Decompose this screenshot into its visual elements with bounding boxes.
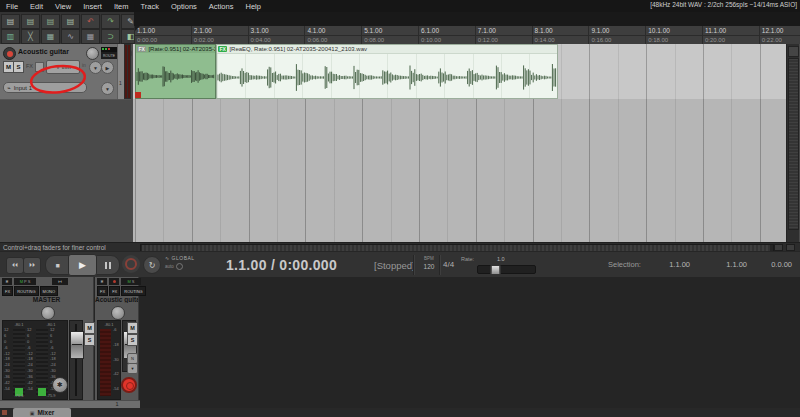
vertical-scrollbar-thumb[interactable] — [788, 58, 799, 230]
master-fx-button[interactable]: FX — [2, 286, 13, 296]
master-fader-handle[interactable] — [70, 331, 84, 359]
menu-item-view[interactable]: View — [49, 2, 77, 11]
guitar-record-arm-button[interactable] — [121, 377, 137, 393]
menu-item-insert[interactable]: Insert — [77, 2, 108, 11]
grid-icon[interactable]: ▦ — [81, 29, 100, 44]
ruler-tick[interactable]: 7.1.000:12.00 — [475, 26, 533, 44]
track-panel[interactable]: Acoustic guitar ROUTE M S FX ∿ trim in ▼… — [0, 44, 131, 100]
master-pan-knob[interactable] — [41, 306, 55, 320]
global-automation-override[interactable]: ∿ GLOBAL auto — [165, 255, 211, 275]
guitar-mute-button[interactable]: M — [127, 322, 138, 334]
time-signature[interactable]: 4/4 — [443, 260, 454, 269]
project-settings-icon[interactable]: ▤ — [61, 14, 80, 29]
ripple-icon[interactable]: ⊃ — [101, 29, 120, 44]
vertical-scrollbar[interactable] — [786, 44, 799, 242]
record-indicator[interactable] — [109, 278, 119, 285]
timeline-ruler[interactable]: 1.1.000:00.002.1.000:02.003.1.000:04.004… — [134, 26, 800, 45]
open-project-icon[interactable]: ▤ — [21, 14, 40, 29]
record-arm-button[interactable] — [3, 47, 16, 60]
ruler-tick[interactable]: 4.1.000:06.00 — [304, 26, 362, 44]
rate-value[interactable]: 1.0 — [497, 256, 505, 262]
ruler-tick[interactable]: 11.1.000:20.00 — [702, 26, 760, 44]
ruler-tick[interactable]: 8.1.000:14.00 — [532, 26, 590, 44]
mute-solo-indicators[interactable]: MS — [121, 278, 141, 285]
master-mono-button[interactable]: MONO — [40, 286, 58, 296]
ruler-tick[interactable]: 5.1.000:08.00 — [361, 26, 419, 44]
chevron-down-icon[interactable]: ▼ — [127, 363, 138, 374]
menu-item-help[interactable]: Help — [239, 2, 266, 11]
master-routing-button[interactable]: ROUTING — [14, 286, 38, 296]
redo-icon[interactable]: ↷ — [101, 14, 120, 29]
media-item-selected[interactable]: FX [Rate:0.951] 02-AT2035-2 — [135, 44, 216, 99]
record-button[interactable] — [122, 255, 140, 273]
envelope-icon[interactable]: ∿ — [61, 29, 80, 44]
solo-button[interactable]: S — [13, 61, 24, 73]
mixer-strip-guitar[interactable]: ✱ MS FXFXROUTING Acoustic guita -80.1 -6… — [95, 277, 139, 400]
track-grip[interactable]: 1 — [117, 44, 124, 99]
transport-time-display[interactable]: 1.1.00 / 0:00.000 — [226, 257, 337, 273]
ruler-tick[interactable]: 12.1.000:22.00 — [759, 26, 800, 44]
menu-item-actions[interactable]: Actions — [203, 2, 240, 11]
mono-stereo-icon[interactable]: ⏵⏴ — [52, 278, 68, 285]
zoom-in-button[interactable] — [786, 244, 795, 251]
fx-label[interactable]: FX — [26, 63, 33, 69]
item-fx-badge[interactable]: FX — [137, 46, 146, 52]
monitor-in-label[interactable]: in — [82, 62, 86, 68]
ruler-tick[interactable]: 10.1.000:18.00 — [645, 26, 703, 44]
crossfade-icon[interactable]: ╳ — [21, 29, 40, 44]
gear-icon[interactable]: ✱ — [2, 278, 12, 285]
track-name[interactable]: Acoustic guitar — [18, 48, 69, 55]
undo-icon[interactable]: ↶ — [81, 14, 100, 29]
stop-button[interactable]: ■ — [45, 255, 70, 275]
menu-item-file[interactable]: File — [0, 2, 24, 11]
menu-item-track[interactable]: Track — [135, 2, 165, 11]
guitar-pan-knob[interactable] — [111, 306, 125, 320]
guitar-fx-button[interactable]: FX — [97, 286, 108, 296]
gear-icon[interactable]: ✱ — [97, 278, 107, 285]
menu-item-edit[interactable]: Edit — [24, 2, 49, 11]
item-fx-badge[interactable]: FX — [218, 46, 227, 52]
guitar-fx-button[interactable]: FX — [109, 286, 120, 296]
ruler-tick[interactable]: 3.1.000:04.00 — [248, 26, 306, 44]
mute-solo-indicators[interactable]: MPS — [14, 278, 36, 285]
guitar-solo-button[interactable]: S — [127, 334, 138, 346]
new-project-icon[interactable]: ▤ — [1, 14, 20, 29]
master-mute-button[interactable]: M — [84, 322, 95, 334]
play-arrow-icon[interactable]: ▶ — [101, 61, 114, 74]
rate-slider[interactable] — [477, 265, 536, 274]
menu-item-item[interactable]: Item — [108, 2, 135, 11]
mixer-strip-master[interactable]: ✱ MPS ⏵⏴ FXROUTINGMONO MASTER -80.1-80.1… — [0, 277, 94, 400]
ruler-tick[interactable]: 1.1.000:00.00 — [134, 26, 192, 44]
menu-item-options[interactable]: Options — [165, 2, 203, 11]
rate-slider-thumb[interactable] — [490, 265, 501, 275]
bpm-box[interactable]: BPM 120 — [419, 256, 439, 270]
play-button[interactable]: ▶ — [68, 254, 97, 276]
ruler-tick[interactable]: 2.1.000:02.00 — [191, 26, 249, 44]
repeat-button[interactable]: ↻ — [143, 256, 161, 274]
selection-length[interactable]: 0.0.00 — [771, 260, 792, 269]
guitar-routing-button[interactable]: ROUTING — [121, 286, 145, 296]
mixer-tab[interactable]: ▣ Mixer — [13, 408, 71, 417]
volume-knob[interactable] — [86, 47, 99, 60]
master-mono-button[interactable]: ✱ — [52, 377, 68, 393]
go-to-start-button[interactable]: ⏴⏴ — [6, 257, 24, 274]
selection-end[interactable]: 1.1.00 — [726, 260, 747, 269]
master-fader[interactable] — [69, 320, 83, 400]
media-explorer-icon[interactable]: ▥ — [1, 29, 20, 44]
arrange-canvas[interactable]: FX [Rate:0.951] 02-AT2035-2 FX [ReaEQ, R… — [133, 44, 786, 242]
route-button[interactable]: ROUTE — [101, 52, 117, 59]
input-dropdown-icon[interactable]: ▼ — [101, 82, 114, 95]
ruler-tick[interactable]: 6.1.000:10.00 — [418, 26, 476, 44]
docker-icon[interactable] — [2, 410, 7, 415]
snap-icon[interactable]: ▦ — [41, 29, 60, 44]
zoom-out-button[interactable] — [774, 244, 783, 251]
zoom-button[interactable] — [788, 46, 799, 57]
global-auto-icon[interactable] — [176, 263, 183, 270]
master-solo-button[interactable]: S — [84, 334, 95, 346]
empty-arrange-area[interactable] — [133, 99, 786, 242]
media-item[interactable]: FX [ReaEQ, Rate:0.951] 02-AT2035-200412_… — [216, 44, 558, 99]
ruler-tick[interactable]: 9.1.000:16.00 — [588, 26, 646, 44]
pause-button[interactable] — [95, 255, 120, 275]
save-project-icon[interactable]: ▤ — [41, 14, 60, 29]
go-to-end-button[interactable]: ⏵⏵ — [23, 257, 41, 274]
